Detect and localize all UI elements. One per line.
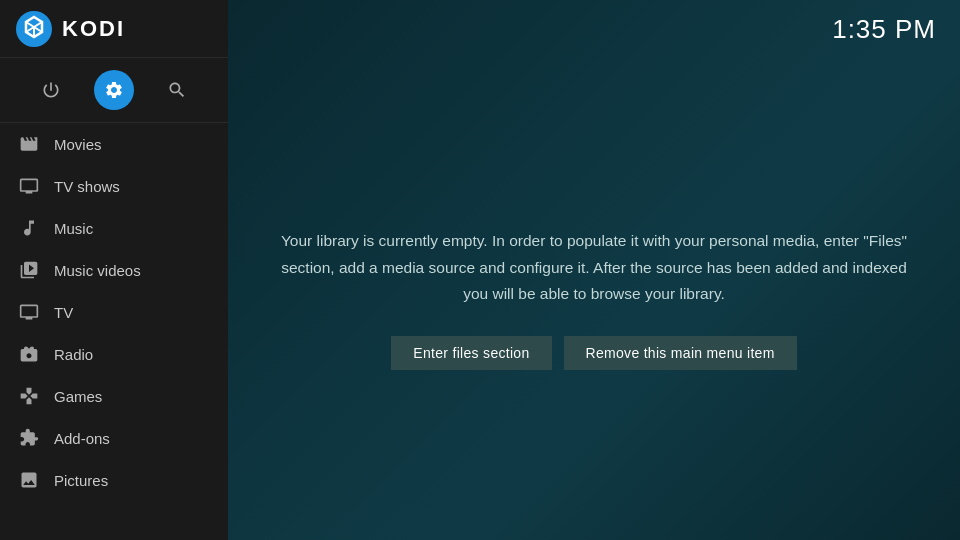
sidebar-item-addons[interactable]: Add-ons [0, 417, 228, 459]
sidebar-item-tvshows[interactable]: TV shows [0, 165, 228, 207]
tv-shows-icon [18, 175, 40, 197]
sidebar-item-label: Music [54, 220, 93, 237]
sidebar-nav: Movies TV shows Music Music videos [0, 123, 228, 540]
sidebar-item-label: TV [54, 304, 73, 321]
games-icon [18, 385, 40, 407]
sidebar-item-label: Pictures [54, 472, 108, 489]
empty-library-message: Your library is currently empty. In orde… [269, 228, 919, 307]
sidebar-item-pictures[interactable]: Pictures [0, 459, 228, 501]
music-videos-icon [18, 259, 40, 281]
music-icon [18, 217, 40, 239]
app-title: KODI [62, 16, 125, 42]
kodi-logo-icon [16, 11, 52, 47]
power-button[interactable] [31, 70, 71, 110]
tv-icon [18, 301, 40, 323]
sidebar-item-label: Radio [54, 346, 93, 363]
main-content: 1:35 PM Your library is currently empty.… [228, 0, 960, 540]
clock-display: 1:35 PM [832, 14, 936, 45]
sidebar-item-movies[interactable]: Movies [0, 123, 228, 165]
sidebar-header: KODI [0, 0, 228, 58]
sidebar-item-games[interactable]: Games [0, 375, 228, 417]
search-button[interactable] [157, 70, 197, 110]
power-icon [41, 80, 61, 100]
remove-menu-item-button[interactable]: Remove this main menu item [564, 336, 797, 370]
settings-icon [104, 80, 124, 100]
sidebar: KODI Movies TV shows [0, 0, 228, 540]
sidebar-item-music[interactable]: Music [0, 207, 228, 249]
top-bar: 1:35 PM [228, 0, 960, 58]
addons-icon [18, 427, 40, 449]
sidebar-item-label: Games [54, 388, 102, 405]
pictures-icon [18, 469, 40, 491]
action-buttons: Enter files section Remove this main men… [391, 336, 796, 370]
content-area: Your library is currently empty. In orde… [228, 58, 960, 540]
sidebar-item-label: Movies [54, 136, 102, 153]
movies-icon [18, 133, 40, 155]
sidebar-item-tv[interactable]: TV [0, 291, 228, 333]
enter-files-button[interactable]: Enter files section [391, 336, 551, 370]
sidebar-item-radio[interactable]: Radio [0, 333, 228, 375]
sidebar-item-music-videos[interactable]: Music videos [0, 249, 228, 291]
sidebar-item-label: TV shows [54, 178, 120, 195]
sidebar-item-label: Music videos [54, 262, 141, 279]
radio-icon [18, 343, 40, 365]
sidebar-icon-bar [0, 58, 228, 123]
sidebar-item-label: Add-ons [54, 430, 110, 447]
settings-button[interactable] [94, 70, 134, 110]
search-icon [167, 80, 187, 100]
